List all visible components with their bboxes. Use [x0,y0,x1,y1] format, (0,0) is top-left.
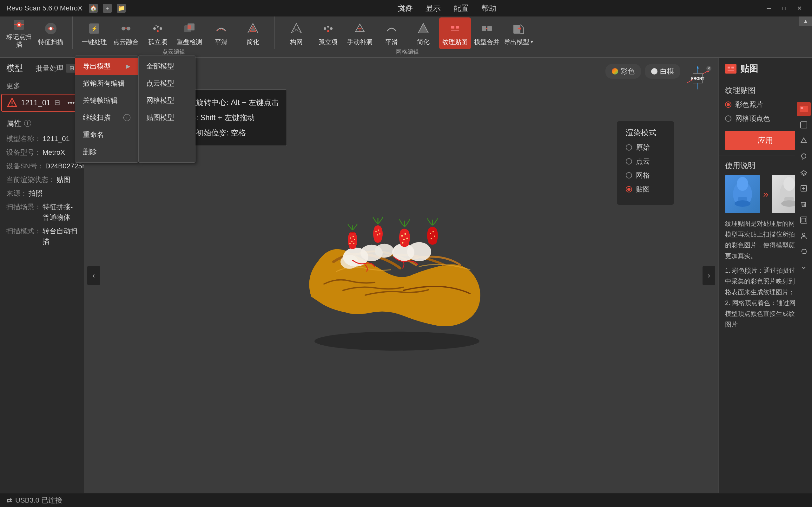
ctx-continue-info-icon: i [123,114,131,121]
folder-icon[interactable]: 📁 [117,4,125,13]
ctx-export-all[interactable]: 全部模型 [139,58,195,75]
color-mode-btn[interactable]: 彩色 [605,64,641,79]
right-icon-shape[interactable] [797,134,811,148]
white-mode-btn[interactable]: 白模 [645,64,680,79]
svg-line-24 [294,23,296,28]
render-original[interactable]: 原始 [626,143,665,152]
menu-view[interactable]: 显示 [425,3,441,13]
right-icon-texture[interactable] [797,102,811,116]
maximize-button[interactable]: □ [778,3,791,13]
svg-text:+: + [359,28,361,33]
svg-text:✕: ✕ [707,66,710,71]
usage-arrow: » [763,189,768,200]
smooth2-button[interactable]: 平滑 [376,17,407,49]
svg-point-29 [324,27,326,30]
new-icon[interactable]: ＋ [103,4,112,13]
svg-point-32 [327,30,329,32]
sep1 [72,16,73,49]
hole-fill-button[interactable]: + 手动补洞 [344,17,376,49]
svg-rect-41 [513,25,520,34]
toolbar: 标记点扫描 特征扫描 点云编辑 ⚡ 一键处理 [0,16,812,58]
nav-prev-button[interactable]: ‹ [87,266,100,285]
svg-rect-96 [801,107,803,109]
sep2 [274,16,275,49]
ctx-export-texture[interactable]: 贴图模型 [139,109,195,126]
nav-cube[interactable]: FRONT ✕ [683,64,712,93]
ctx-keyframe-edit[interactable]: 关键帧缩辑 [75,92,138,109]
point-merge-button[interactable]: 点云融合 [110,17,142,49]
apply-button[interactable]: 应用 [725,131,806,150]
right-icon-undo[interactable] [797,245,811,259]
svg-point-8 [50,27,52,30]
mesh-button[interactable]: 构网 [281,17,312,49]
point-merge-label: 点云融合 [113,38,139,46]
right-icon-bubble[interactable] [797,150,811,164]
menu-config[interactable]: 配置 [453,3,469,13]
ctx-export-mesh[interactable]: 网格模型 [139,92,195,109]
attributes-header: 属性 i [6,118,78,128]
hint-line2: 平移: Shift + 左键拖动 [181,110,279,125]
svg-point-68 [375,231,377,232]
render-mesh[interactable]: 网格 [626,171,665,180]
export-model-button[interactable]: 导出模型 ▾ [503,17,535,49]
feature-scan-icon [43,21,58,36]
svg-point-53 [314,331,479,350]
marker-scan-icon [11,18,27,31]
color-photo-option[interactable]: 彩色照片 [725,100,806,109]
point-cloud-edit-group: 点云编辑 ⚡ 一键处理 点云融合 [75,16,272,57]
ctx-rename[interactable]: 重命名 [75,126,138,143]
model-list-item[interactable]: 1211_01 ⊟ ••• [1,94,83,112]
simplify1-button[interactable]: 简化 [237,17,269,49]
ctx-delete[interactable]: 删除 [75,143,138,160]
svg-rect-39 [482,26,486,31]
smooth1-button[interactable]: 平滑 [205,17,237,49]
minimize-button[interactable]: ─ [762,3,775,13]
svg-point-77 [402,242,403,243]
render-pointcloud[interactable]: 点云 [626,157,665,166]
model-merge-button[interactable]: 模型合并 [471,17,503,49]
render-texture[interactable]: 贴图 [626,184,665,194]
right-icon-layers[interactable] [797,166,811,179]
isolated2-button[interactable]: 孤立项 [312,17,344,49]
svg-point-107 [803,233,805,236]
right-icon-person[interactable] [797,229,811,243]
vertex-color-option[interactable]: 网格顶点色 [725,114,806,123]
isolated-button[interactable]: 孤立项 [142,17,173,49]
menu-help[interactable]: 帮助 [481,3,497,13]
model-warning-icon [7,98,17,108]
marker-scan-button[interactable]: 标记点扫描 [3,17,35,49]
batch-process-label[interactable]: 批量处理 [36,64,63,73]
more-label[interactable]: 更多 [0,79,84,93]
simplify1-label: 简化 [247,38,259,46]
isolated-label: 孤立项 [148,38,167,46]
svg-point-63 [351,240,353,242]
svg-point-61 [350,237,351,238]
simplify2-button[interactable]: 简化 [407,17,439,49]
ctx-undo-edit[interactable]: 撤销所有编辑 [75,75,138,92]
export-model-icon [511,21,526,36]
ctx-continue-scan[interactable]: 继续扫描 i [75,109,138,126]
right-icon-edit[interactable] [797,181,811,195]
scan-group: 标记点扫描 特征扫描 [0,16,70,57]
ctx-export-model[interactable]: 导出模型 ▶ [75,58,138,75]
close-button[interactable]: ✕ [793,3,806,13]
overlap-check-button[interactable]: 重叠检测 [173,17,205,49]
model-merge-label: 模型合并 [474,38,500,46]
texture-map-button[interactable]: 纹理贴图 [439,17,471,49]
toolbar-collapse-btn[interactable]: ▲ [799,16,812,26]
one-click-button[interactable]: ⚡ 一键处理 [79,17,110,49]
svg-point-90 [734,201,751,207]
svg-rect-36 [451,26,454,29]
right-icon-trash[interactable] [797,197,811,211]
svg-point-65 [353,242,354,244]
right-icon-frame2[interactable] [797,213,811,227]
model-view-toggle[interactable]: ⊟ [51,98,63,108]
right-icon-frame[interactable] [797,118,811,132]
svg-point-69 [378,229,379,230]
right-icon-arrow-down[interactable] [797,261,811,275]
ctx-export-pointcloud[interactable]: 点云模型 [139,75,195,92]
nav-next-button[interactable]: › [703,266,715,285]
svg-point-62 [353,236,354,237]
home-icon[interactable]: 🏠 [89,4,98,13]
feature-scan-button[interactable]: 特征扫描 [35,17,67,49]
